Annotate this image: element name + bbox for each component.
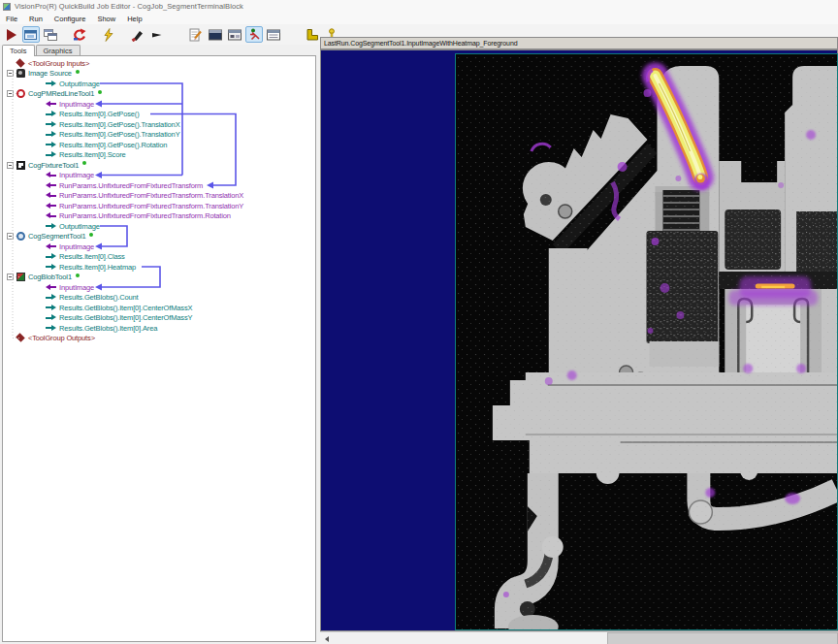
- scroll-left-arrow[interactable]: [320, 632, 334, 644]
- show-io-window-button[interactable]: [226, 26, 243, 43]
- output-arrow-icon: [46, 111, 56, 117]
- tree-row-output[interactable]: Results.Item[0].GetPose().TranslationY: [3, 130, 315, 141]
- menu-run[interactable]: Run: [29, 15, 43, 23]
- pmalign-redline-tool-icon: [16, 89, 25, 98]
- tree-row-input[interactable]: RunParams.UnfixturedFromFixturedTransfor…: [3, 191, 315, 202]
- output-arrow-icon: [46, 80, 56, 87]
- profiler-button[interactable]: [304, 26, 321, 43]
- tree-row-cogfixturetool1[interactable]: CogFixtureTool1: [3, 160, 315, 171]
- tree-node-label: InputImage: [59, 171, 94, 179]
- tree-row-input[interactable]: RunParams.UnfixturedFromFixturedTransfor…: [3, 201, 315, 211]
- collapse-box[interactable]: [7, 274, 14, 280]
- edit-job-button[interactable]: [187, 26, 205, 43]
- tree-row-toolgroup-outputs[interactable]: <ToolGroup Outputs>: [3, 334, 315, 344]
- tree-row-toolgroup-inputs[interactable]: <ToolGroup Inputs>: [3, 58, 315, 69]
- tree-row-input[interactable]: InputImage: [3, 99, 315, 110]
- run-continuous-button[interactable]: [22, 26, 40, 43]
- tree-node-label: Results.GetBlobs().Count: [59, 293, 138, 302]
- tree-node-label: RunParams.UnfixturedFromFixturedTransfor…: [59, 211, 231, 220]
- input-arrow-icon: [46, 172, 56, 178]
- segment-tool-icon: [16, 232, 25, 241]
- tree-row-input[interactable]: InputImage: [3, 282, 315, 293]
- tree-row-output[interactable]: Results.Item[0].Class: [3, 252, 315, 263]
- output-arrow-icon: [46, 121, 56, 128]
- tree-row-output[interactable]: Results.GetBlobs().Item[0].CenterOfMassY: [3, 313, 315, 324]
- tree-row-input[interactable]: RunParams.UnfixturedFromFixturedTransfor…: [3, 211, 315, 222]
- scrollbar-thumb[interactable]: [607, 632, 838, 644]
- collapse-box[interactable]: [7, 162, 14, 169]
- tree-row-output[interactable]: OutputImage: [3, 79, 315, 89]
- status-ok-dot: [76, 70, 80, 74]
- input-arrow-icon: [46, 203, 56, 209]
- show-image-window-button[interactable]: [207, 26, 224, 43]
- tree-node-label: RunParams.UnfixturedFromFixturedTransfor…: [59, 202, 243, 210]
- runner-icon: [246, 28, 262, 42]
- tree-node-label: Results.Item[0].Class: [59, 252, 125, 261]
- tree-node-label: RunParams.UnfixturedFromFixturedTransfor…: [59, 181, 203, 190]
- app-icon: [3, 3, 11, 11]
- menu-configure[interactable]: Configure: [54, 15, 86, 23]
- input-arrow-icon: [46, 101, 56, 108]
- tree-row-cogsegmenttool1[interactable]: CogSegmentTool1: [3, 232, 315, 242]
- image-source-icon: [16, 69, 25, 78]
- tree-node-label: CogFixtureTool1: [28, 161, 79, 170]
- tree-node-label: Results.GetBlobs().Item[0].CenterOfMassX: [59, 304, 192, 312]
- menu-file[interactable]: File: [6, 15, 17, 23]
- tree-row-output[interactable]: Results.Item[0].Score: [3, 150, 315, 161]
- tree-row-output[interactable]: Results.Item[0].GetPose().Rotation: [3, 140, 315, 150]
- output-arrow-icon: [46, 325, 56, 332]
- tree-row-output[interactable]: Results.GetBlobs().Item[0].CenterOfMassX: [3, 303, 315, 313]
- tree-row-image-source[interactable]: Image Source: [3, 69, 315, 80]
- tree-row-cogblobtool1[interactable]: CogBlobTool1: [3, 273, 315, 283]
- output-arrow-icon: [46, 314, 56, 321]
- tree-row-output[interactable]: Results.GetBlobs().Item[0].Area: [3, 323, 315, 334]
- tree-node-label: Results.Item[0].Score: [59, 150, 126, 159]
- tree-node-label: RunParams.UnfixturedFromFixturedTransfor…: [59, 191, 243, 200]
- collapse-box[interactable]: [7, 90, 14, 97]
- tree-node-label: <ToolGroup Inputs>: [28, 59, 89, 68]
- play-icon: [4, 28, 19, 42]
- cascade-windows-button[interactable]: [42, 26, 59, 43]
- live-window-icon: [23, 28, 39, 42]
- displayed-record-selector[interactable]: LastRun.CogSegmentTool1.InputImageWithHe…: [320, 37, 838, 49]
- notepad-icon: [188, 28, 204, 42]
- collapse-box[interactable]: [7, 233, 14, 240]
- pointer-icon: [149, 28, 165, 42]
- run-job-button[interactable]: [3, 26, 20, 43]
- tree-row-output[interactable]: Results.GetBlobs().Count: [3, 293, 315, 304]
- title-bar: VisionPro(R) QuickBuild Job Editor - Cog…: [0, 0, 838, 13]
- menu-bar: File Run Configure Show Help: [0, 13, 838, 24]
- show-posted-items-button[interactable]: [265, 26, 282, 43]
- horizontal-scrollbar[interactable]: [320, 631, 838, 644]
- tree-row-cogpmredlinetool1[interactable]: CogPMRedLineTool1: [3, 89, 315, 100]
- tree-node-label: OutputImage: [59, 80, 100, 88]
- image-display-area[interactable]: [320, 49, 838, 631]
- tree-node-label: Results.Item[0].GetPose().Rotation: [59, 141, 167, 149]
- tree-node-label: CogBlobTool1: [28, 273, 72, 281]
- tree-row-output[interactable]: Results.Item[0].GetPose(): [3, 110, 315, 120]
- tree-node-label: InputImage: [59, 242, 94, 251]
- tree-row-output[interactable]: Results.Item[0].Heatmap: [3, 262, 315, 273]
- menu-help[interactable]: Help: [127, 15, 142, 23]
- windows-icon: [43, 28, 58, 42]
- tree-node-label: Results.Item[0].Heatmap: [59, 263, 136, 272]
- heatmap-orange-streak: [757, 286, 792, 287]
- tree-row-input[interactable]: InputImage: [3, 242, 315, 252]
- tree-row-output[interactable]: Results.Item[0].GetPose().TranslationX: [3, 119, 315, 130]
- paint-tool-button[interactable]: [129, 26, 146, 43]
- tree-row-output[interactable]: OutputImage: [3, 221, 315, 232]
- pointer-tool-button[interactable]: [148, 26, 166, 43]
- menu-show[interactable]: Show: [97, 15, 115, 23]
- reset-button[interactable]: [71, 26, 88, 43]
- tree-row-input[interactable]: RunParams.UnfixturedFromFixturedTransfor…: [3, 180, 315, 191]
- window-dark-icon: [208, 28, 223, 42]
- status-ok-dot: [98, 90, 102, 94]
- tree-row-input[interactable]: InputImage: [3, 171, 315, 181]
- run-mode-button[interactable]: [245, 26, 263, 43]
- enable-triggers-button[interactable]: [100, 26, 117, 43]
- tab-tools[interactable]: Tools: [2, 45, 35, 56]
- collapse-box[interactable]: [7, 70, 14, 77]
- tree-node-label: Results.Item[0].GetPose(): [59, 110, 140, 118]
- heatmap-image[interactable]: [455, 53, 838, 630]
- input-arrow-icon: [46, 182, 56, 189]
